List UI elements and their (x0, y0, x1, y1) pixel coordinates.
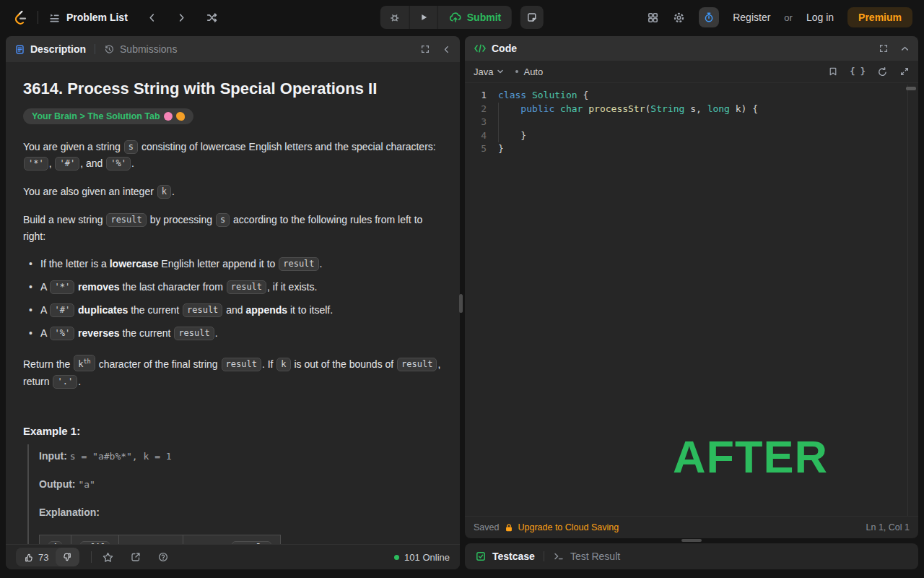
list-item: A '%' reverses the current result. (29, 326, 445, 341)
editor-toolbar: Java Auto { } (465, 61, 918, 83)
divider (95, 44, 95, 54)
code-panel: Code Java A (465, 36, 918, 538)
notes-button[interactable] (520, 6, 544, 29)
description-panel-header: Description Submissions (6, 36, 460, 62)
shuffle-icon[interactable] (206, 12, 218, 24)
code-line[interactable]: 4 } (465, 129, 918, 143)
history-icon (104, 44, 115, 55)
list-item: A '*' removes the last character from re… (29, 280, 445, 295)
tab-testcase[interactable]: Testcase (475, 551, 535, 562)
divider (38, 11, 38, 24)
debug-button[interactable] (380, 6, 409, 29)
editor-toolbar-actions: { } (828, 66, 910, 77)
dislike-button[interactable] (56, 548, 79, 566)
code-line[interactable]: 1class Solution { (465, 89, 918, 103)
tab-test-result-label: Test Result (570, 551, 620, 562)
next-problem-chevron-right-icon[interactable] (176, 12, 187, 23)
online-count: 101 Online (394, 552, 450, 563)
maximize-icon[interactable] (879, 43, 889, 53)
saved-label: Saved (474, 522, 499, 532)
lock-icon (505, 523, 513, 532)
reset-code-icon[interactable] (877, 66, 888, 77)
example-input: Input: s = "a#b%*", k = 1 (39, 450, 445, 462)
editor-status-bar: Saved Upgrade to Cloud Saving Ln 1, Col … (465, 516, 918, 538)
code-lines: 1class Solution {2 public char processSt… (465, 83, 918, 156)
thumbs-down-icon (62, 552, 73, 563)
language-select[interactable]: Java (474, 66, 504, 77)
tab-code[interactable]: Code (474, 43, 517, 54)
indent-guide (498, 103, 499, 142)
example-explanation: Explanation: (39, 506, 445, 518)
submit-button[interactable]: Submit (438, 6, 512, 29)
panel-header-actions (420, 44, 451, 54)
register-link[interactable]: Register (733, 12, 770, 23)
like-button[interactable]: 73 (16, 552, 56, 563)
code-header-actions (879, 43, 910, 53)
editor-scrollbar-track[interactable] (907, 85, 908, 516)
premium-button[interactable]: Premium (847, 7, 912, 27)
share-external-link-icon[interactable] (130, 551, 141, 563)
upgrade-cloud-saving-link[interactable]: Upgrade to Cloud Saving (505, 522, 619, 532)
note-icon (526, 12, 538, 23)
explanation-label: Explanation: (39, 506, 100, 518)
panel-resize-handle-horizontal[interactable] (681, 539, 702, 542)
tab-description-label: Description (30, 43, 86, 55)
tab-testcase-label: Testcase (492, 551, 535, 562)
code-line[interactable]: 5} (465, 142, 918, 156)
online-label: 101 Online (404, 552, 450, 563)
return-paragraph: Return the kth character of the final st… (23, 355, 445, 390)
code-text: class Solution { (498, 89, 588, 103)
after-overlay-text: AFTER (673, 431, 828, 483)
tab-description[interactable]: Description (14, 43, 86, 55)
problem-list-label[interactable]: Problem List (66, 12, 128, 23)
navbar: Problem List (0, 0, 924, 35)
testcase-panel: Testcase Test Result (465, 543, 918, 569)
tab-code-label: Code (492, 43, 517, 54)
problem-footer-bar: 73 (6, 544, 460, 569)
paragraph: Build a new string result by processing … (23, 212, 445, 245)
run-controls: Submit (380, 6, 544, 29)
stopwatch-icon (703, 12, 715, 23)
bookmark-icon[interactable] (828, 66, 838, 77)
format-braces-icon[interactable]: { } (850, 66, 866, 77)
problem-tag-badge[interactable]: Your Brain > The Solution Tab (23, 108, 193, 124)
input-label: Input: (39, 450, 67, 462)
tab-submissions-label: Submissions (120, 43, 177, 55)
help-icon[interactable] (157, 551, 169, 563)
output-label: Output: (39, 478, 76, 490)
problem-list-menu-icon[interactable] (48, 12, 61, 24)
auto-toggle[interactable]: Auto (515, 66, 543, 77)
terminal-icon (553, 551, 565, 562)
tab-test-result[interactable]: Test Result (553, 551, 620, 562)
leetcode-logo-icon[interactable] (13, 9, 29, 26)
maximize-icon[interactable] (420, 44, 430, 54)
code-panel-header: Code (465, 36, 918, 61)
tab-submissions[interactable]: Submissions (104, 43, 177, 55)
line-number: 5 (465, 142, 487, 156)
gear-settings-icon[interactable] (673, 12, 685, 24)
star-icon[interactable] (102, 551, 114, 564)
chevron-down-icon (497, 68, 504, 75)
run-button-group: Submit (380, 6, 512, 29)
navbar-right: Register or Log in Premium (647, 0, 912, 35)
online-dot-icon (394, 555, 399, 560)
code-line[interactable]: 2 public char processStr(String s, long … (465, 103, 918, 116)
list-item: If the letter is a lowercase English let… (29, 256, 445, 272)
thumbs-up-icon (23, 552, 34, 563)
prev-problem-chevron-left-icon[interactable] (147, 12, 157, 23)
paragraph: You are also given an integer k. (23, 184, 445, 200)
collapse-panel-chevron-up-icon[interactable] (900, 44, 910, 53)
fullscreen-arrows-icon[interactable] (899, 66, 910, 77)
collapse-panel-chevron-left-icon[interactable] (442, 45, 451, 54)
code-line[interactable]: 3 (465, 116, 918, 129)
login-link[interactable]: Log in (806, 12, 834, 23)
divider (544, 551, 544, 561)
editor-scrollbar-thumb[interactable] (906, 87, 916, 90)
grid-apps-icon[interactable] (647, 12, 659, 24)
timer-button[interactable] (699, 7, 719, 27)
vote-group: 73 (16, 548, 79, 566)
auto-label: Auto (523, 66, 543, 77)
run-button[interactable] (410, 6, 437, 29)
panel-resize-handle-vertical[interactable] (459, 294, 463, 313)
brain-emoji-icon (164, 112, 173, 121)
